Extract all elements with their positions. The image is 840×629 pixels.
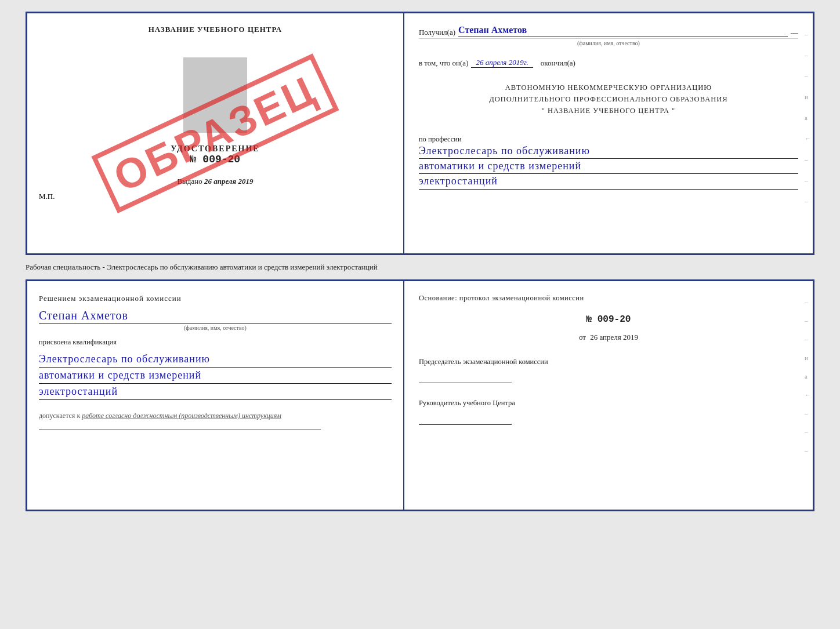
org-line1: АВТОНОМНУЮ НЕКОММЕРЧЕСКУЮ ОРГАНИЗАЦИЮ [419,82,798,93]
dash-symbol: — [791,28,798,37]
received-label: Получил(а) [419,28,455,37]
bottom-profession-block: Электрослесарь по обслуживанию автоматик… [39,351,392,400]
protocol-date: от 26 апреля 2019 [419,333,798,342]
bottom-left-panel: Решением экзаменационной комиссии Степан… [27,281,404,510]
issued-date: 26 апреля 2019 [204,177,254,186]
bottom-name-block: Степан Ахметов (фамилия, имя, отчество) [39,309,392,331]
bottom-profession-line3: электростанций [39,384,392,400]
side-dashes-top: – – – и а ← – – – [805,31,813,205]
date-label: от [579,333,586,341]
protocol-number: № 009-20 [419,314,798,325]
top-right-panel: Получил(а) Степан Ахметов — (фамилия, им… [404,13,813,253]
cert-school-title: НАЗВАНИЕ УЧЕБНОГО ЦЕНТРА [149,25,283,34]
in-that-label: в том, что он(а) [419,59,469,68]
top-left-panel: НАЗВАНИЕ УЧЕБНОГО ЦЕНТРА УДОСТОВЕРЕНИЕ №… [27,13,404,253]
date-value: 26 апреля 2019 [590,333,638,341]
cert-label: УДОСТОВЕРЕНИЕ [171,144,259,154]
org-line2: ДОПОЛНИТЕЛЬНОГО ПРОФЕССИОНАЛЬНОГО ОБРАЗО… [419,93,798,105]
allowed-line [39,430,321,430]
caption: Рабочая специальность - Электрослесарь п… [26,260,814,275]
in-that-date: 26 апреля 2019г. [471,58,533,68]
profession-line2: автоматики и средств измерений [419,159,798,174]
issued-label: Выдано [177,177,202,186]
allowed-value: работе согласно должностным (производств… [82,412,281,420]
photo-placeholder [183,57,247,133]
org-block: АВТОНОМНУЮ НЕКОММЕРЧЕСКУЮ ОРГАНИЗАЦИЮ ДО… [419,82,798,117]
basis-label: Основание: протокол экзаменационной коми… [419,293,798,304]
cert-issued: Выдано 26 апреля 2019 [177,177,253,186]
bottom-profession-line1: Электрослесарь по обслуживанию [39,351,392,368]
received-name-row: Получил(а) Степан Ахметов — [419,25,798,37]
received-value: Степан Ахметов [458,25,788,37]
cert-mp: М.П. [39,192,55,201]
bottom-document: Решением экзаменационной комиссии Степан… [26,279,814,511]
in-that-row: в том, что он(а) 26 апреля 2019г. окончи… [419,58,798,68]
bottom-profession-line2: автоматики и средств измерений [39,368,392,384]
profession-line1: Электрослесарь по обслуживанию [419,144,798,159]
finished-label: окончил(а) [541,59,575,68]
allowed-block: допускается к работе согласно должностны… [39,412,392,420]
received-row: Получил(а) Степан Ахметов — (фамилия, им… [419,25,798,46]
profession-line3: электростанций [419,174,798,189]
document-container: НАЗВАНИЕ УЧЕБНОГО ЦЕНТРА УДОСТОВЕРЕНИЕ №… [26,12,814,511]
bottom-name: Степан Ахметов [39,309,392,324]
side-dashes-bottom: – – – и а ← – – – [805,299,813,454]
bottom-name-sublabel: (фамилия, имя, отчество) [39,324,392,331]
assigned-label: присвоена квалификация [39,338,392,347]
cert-number: № 009-20 [190,154,240,165]
top-document: НАЗВАНИЕ УЧЕБНОГО ЦЕНТРА УДОСТОВЕРЕНИЕ №… [26,12,814,255]
chairman-block: Председатель экзаменационной комиссии [419,357,798,384]
chairman-label: Председатель экзаменационной комиссии [419,357,798,368]
director-block: Руководитель учебного Центра [419,398,798,425]
profession-label: по профессии [419,135,798,144]
director-signature-line [419,413,512,425]
received-sublabel: (фамилия, имя, отчество) [419,38,798,46]
bottom-title: Решением экзаменационной комиссии [39,293,392,304]
chairman-signature-line [419,372,512,383]
bottom-right-panel: Основание: протокол экзаменационной коми… [404,281,813,510]
profession-block: по профессии Электрослесарь по обслужива… [419,132,798,190]
director-label: Руководитель учебного Центра [419,398,798,409]
allowed-label: допускается к [39,412,80,420]
org-line3: " НАЗВАНИЕ УЧЕБНОГО ЦЕНТРА " [419,105,798,117]
